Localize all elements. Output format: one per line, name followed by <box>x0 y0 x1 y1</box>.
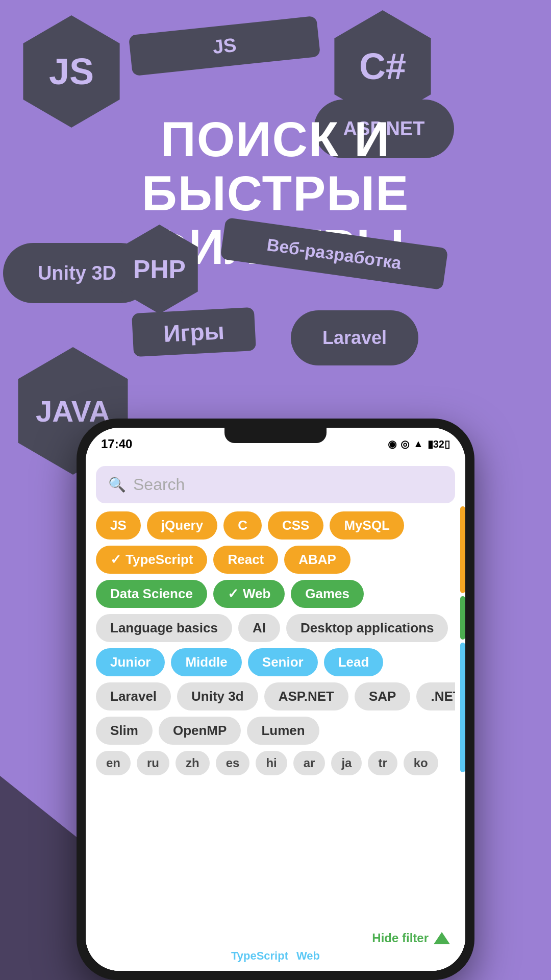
chip-lang-es[interactable]: es <box>216 751 250 775</box>
chip-row-level: Junior Middle Senior Lead <box>96 648 455 676</box>
wifi-icon: ▲ <box>413 438 423 450</box>
chip-datascience[interactable]: Data Science <box>96 580 207 608</box>
hide-filter-row: Hide filter <box>101 929 450 949</box>
check-icon-web: ✓ <box>228 586 239 602</box>
phone-notch <box>224 428 327 443</box>
heading-line1: ПОИСК И <box>20 112 531 166</box>
chip-lang-en[interactable]: en <box>96 751 131 775</box>
chip-row-tech1: JS jQuery C CSS MySQL <box>96 511 455 540</box>
phone-mockup: 17:40 ◉ ◎ ▲ ▮32▯ 🔍 Search <box>77 419 474 980</box>
chip-ai[interactable]: AI <box>238 614 280 642</box>
chip-laravel[interactable]: Laravel <box>96 682 171 710</box>
chip-row-lang: en ru zh es hi ar ja tr ko <box>96 751 455 775</box>
check-icon-ts: ✓ <box>110 552 121 568</box>
chip-unity3d[interactable]: Unity 3d <box>177 682 258 710</box>
chip-dotnet[interactable]: .NET <box>416 682 455 710</box>
phone-outer: 17:40 ◉ ◎ ▲ ▮32▯ 🔍 Search <box>77 419 474 980</box>
status-icons: ◉ ◎ ▲ ▮32▯ <box>388 438 450 450</box>
sidebar-blue <box>460 643 465 773</box>
active-tags-row: TypeScript Web <box>101 949 450 963</box>
status-icon-circle: ◉ <box>388 438 396 450</box>
chip-lang-ar[interactable]: ar <box>293 751 325 775</box>
chip-aspnet[interactable]: ASP.NET <box>264 682 348 710</box>
chip-js[interactable]: JS <box>96 511 141 540</box>
sidebar-orange <box>460 506 465 593</box>
chip-react[interactable]: React <box>213 546 278 574</box>
chip-abap[interactable]: ABAP <box>284 546 350 574</box>
chip-lang-ja[interactable]: ja <box>331 751 362 775</box>
search-icon: 🔍 <box>108 476 126 493</box>
laravel-badge: Laravel <box>291 310 418 365</box>
status-icon-target: ◎ <box>400 438 409 450</box>
hide-filter-icon[interactable] <box>434 932 450 944</box>
chip-langbasics[interactable]: Language basics <box>96 614 232 642</box>
chip-lang-zh[interactable]: zh <box>176 751 210 775</box>
bottom-bar: Hide filter TypeScript Web <box>86 923 465 971</box>
sidebar-green <box>460 596 465 640</box>
search-bar[interactable]: 🔍 Search <box>96 466 455 503</box>
chip-lead[interactable]: Lead <box>324 648 384 676</box>
chip-lang-ko[interactable]: ko <box>404 751 438 775</box>
chip-row-tech3: Laravel Unity 3d ASP.NET SAP .NET <box>96 682 455 710</box>
chip-lang-tr[interactable]: tr <box>368 751 397 775</box>
active-tag-web: Web <box>296 949 320 963</box>
games-badge: Игры <box>132 307 256 357</box>
chip-web[interactable]: ✓ Web <box>213 580 285 608</box>
chip-junior[interactable]: Junior <box>96 648 165 676</box>
chip-openmp[interactable]: OpenMP <box>159 717 241 745</box>
chip-row-tech4: Slim OpenMP Lumen <box>96 717 455 745</box>
chip-css[interactable]: CSS <box>268 511 323 540</box>
chip-row-topics: Data Science ✓ Web Games <box>96 580 455 608</box>
chip-row-topics2: Language basics AI Desktop applications <box>96 614 455 642</box>
chip-lang-ru[interactable]: ru <box>137 751 169 775</box>
battery-icon: ▮32▯ <box>428 438 450 450</box>
chip-c[interactable]: C <box>223 511 262 540</box>
chip-sap[interactable]: SAP <box>355 682 410 710</box>
chip-lang-hi[interactable]: hi <box>256 751 287 775</box>
chip-games[interactable]: Games <box>291 580 364 608</box>
chip-lumen[interactable]: Lumen <box>247 717 319 745</box>
chip-typescript[interactable]: ✓ TypeScript <box>96 546 207 574</box>
chip-desktop[interactable]: Desktop applications <box>286 614 448 642</box>
hide-filter-label[interactable]: Hide filter <box>372 931 429 945</box>
chip-senior[interactable]: Senior <box>248 648 318 676</box>
sidebar-accent <box>460 503 465 775</box>
chip-mysql[interactable]: MySQL <box>330 511 404 540</box>
filter-area: JS jQuery C CSS MySQL ✓ TypeScript <box>86 503 465 775</box>
chip-middle[interactable]: Middle <box>171 648 241 676</box>
chip-row-tech2: ✓ TypeScript React ABAP <box>96 546 455 574</box>
chip-jquery[interactable]: jQuery <box>147 511 217 540</box>
active-tag-typescript: TypeScript <box>231 949 288 963</box>
search-placeholder: Search <box>133 475 185 494</box>
phone-inner: 17:40 ◉ ◎ ▲ ▮32▯ 🔍 Search <box>86 428 465 971</box>
status-time: 17:40 <box>101 437 132 451</box>
chip-slim[interactable]: Slim <box>96 717 153 745</box>
phone-content: 🔍 Search JS jQuery <box>86 456 465 971</box>
